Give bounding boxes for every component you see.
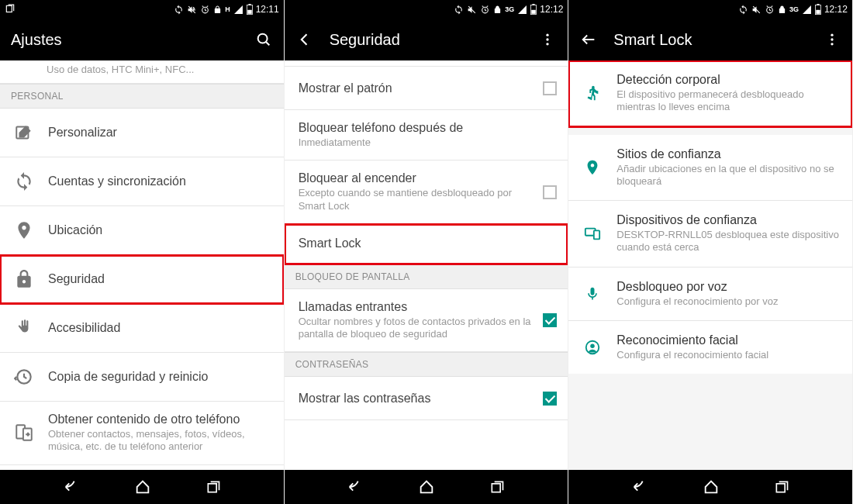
item-label: Dispositivos de confianza <box>616 213 841 227</box>
item-sublabel: Añadir ubicaciones en la que el disposit… <box>616 163 841 188</box>
item-location[interactable]: Ubicación <box>0 206 284 255</box>
checkbox[interactable] <box>543 313 557 327</box>
svg-point-24 <box>831 38 833 40</box>
home-button[interactable] <box>703 478 720 495</box>
svg-point-5 <box>257 34 267 43</box>
home-button[interactable] <box>134 478 151 495</box>
svg-rect-0 <box>6 5 12 12</box>
lock-icon <box>213 5 222 15</box>
home-button[interactable] <box>418 478 435 495</box>
overflow-button[interactable] <box>823 30 841 49</box>
place-icon <box>579 154 606 181</box>
overflow-button[interactable] <box>538 30 557 49</box>
transfer-icon <box>11 419 37 446</box>
item-label: Personalizar <box>48 126 273 140</box>
item-label: Copia de seguridad y reinicio <box>48 370 273 384</box>
checkbox[interactable] <box>543 392 557 406</box>
svg-point-23 <box>831 34 833 36</box>
item-label: Cuentas y sincronización <box>48 174 273 188</box>
item-trusted-places[interactable]: Sitios de confianza Añadir ubicaciones e… <box>568 135 852 202</box>
section-header-lockscreen: BLOQUEO DE PANTALLA <box>285 264 568 289</box>
svg-point-17 <box>547 43 549 45</box>
network-3g-icon: 3G <box>505 5 514 13</box>
svg-point-16 <box>547 38 549 40</box>
back-button[interactable] <box>579 30 598 49</box>
sync-icon <box>454 5 464 15</box>
sync-icon <box>174 5 184 15</box>
lock-icon <box>11 266 37 292</box>
section-header-personal: PERSONAL <box>0 84 284 109</box>
back-button[interactable] <box>63 478 80 495</box>
svg-rect-3 <box>248 4 250 5</box>
app-bar: Seguridad <box>285 19 568 60</box>
mic-icon <box>579 281 606 307</box>
recent-button[interactable] <box>774 479 789 495</box>
back-button[interactable] <box>347 478 364 495</box>
item-trusted-devices[interactable]: Dispositivos de confianza DESKTOP-RRNLL0… <box>568 201 852 268</box>
item-label: Sitios de confianza <box>616 147 841 161</box>
item-show-pattern[interactable]: Mostrar el patrón <box>285 67 568 110</box>
item-body-detection[interactable]: Detección corporal El dispositivo perman… <box>568 60 852 127</box>
status-bar: 3G 12:12 <box>568 0 852 19</box>
alarm-icon <box>200 5 210 15</box>
battery-icon <box>247 4 253 15</box>
item-get-content[interactable]: Obtener contenido de otro teléfono Obten… <box>0 402 284 465</box>
item-face-unlock[interactable]: Reconocimiento facial Configura el recon… <box>568 321 852 374</box>
svg-rect-18 <box>492 484 501 492</box>
item-sublabel: DESKTOP-RRNLL05 desbloquea este disposit… <box>616 229 841 254</box>
search-button[interactable] <box>254 30 273 49</box>
mute-icon <box>467 5 477 15</box>
svg-rect-22 <box>816 10 820 14</box>
item-accessibility[interactable]: Accesibilidad <box>0 304 284 353</box>
item-sublabel: Obtener contactos, mensajes, fotos, víde… <box>48 428 273 454</box>
item-voice-unlock[interactable]: Desbloqueo por voz Configura el reconoci… <box>568 268 852 321</box>
item-show-passwords[interactable]: Mostrar las contraseñas <box>285 377 568 420</box>
item-label: Accesibilidad <box>48 321 273 335</box>
svg-rect-31 <box>776 484 785 492</box>
battery-icon <box>530 4 537 15</box>
svg-point-25 <box>831 43 833 45</box>
lock-icon <box>778 5 786 15</box>
item-accounts[interactable]: Cuentas y sincronización <box>0 157 284 206</box>
network-h-icon: H <box>225 5 230 13</box>
item-label: Bloquear al encender <box>299 171 537 185</box>
alarm-icon <box>480 5 490 15</box>
item-smart-lock[interactable]: Smart Lock <box>285 224 568 264</box>
item-label: Desbloqueo por voz <box>616 280 841 294</box>
battery-icon <box>815 4 821 15</box>
checkbox[interactable] <box>543 81 557 95</box>
item-label: Reconocimiento facial <box>616 333 841 347</box>
item-lock-after[interactable]: Bloquear teléfono después de Inmediatame… <box>285 110 568 161</box>
nav-bar <box>285 470 568 504</box>
item-backup[interactable]: Copia de seguridad y reinicio <box>0 353 284 402</box>
status-bar: 3G 12:12 <box>285 0 568 19</box>
item-label: Obtener contenido de otro teléfono <box>48 413 273 426</box>
walk-icon <box>579 80 606 106</box>
item-label: Smart Lock <box>299 236 558 250</box>
svg-rect-28 <box>594 231 599 240</box>
status-bar: H 12:11 <box>0 0 284 19</box>
item-sublabel: Configura el reconocimiento facial <box>616 349 841 361</box>
item-security[interactable]: Seguridad <box>0 255 284 304</box>
sync-icon <box>738 5 748 15</box>
item-sublabel: Ocultar nombres y fotos de contactos pri… <box>299 316 537 341</box>
item-incoming-calls[interactable]: Llamadas entrantes Ocultar nombres y fot… <box>285 289 568 353</box>
checkbox[interactable] <box>543 185 557 199</box>
lock-icon <box>493 5 502 15</box>
back-button[interactable] <box>295 30 314 49</box>
item-sublabel: El dispositivo permanecerá desbloqueado … <box>616 88 841 114</box>
back-button[interactable] <box>631 478 648 495</box>
mute-icon <box>187 5 197 15</box>
recent-button[interactable] <box>489 479 505 495</box>
svg-point-30 <box>591 343 596 348</box>
settings-list: Uso de datos, HTC Mini+, NFC... PERSONAL… <box>0 60 284 470</box>
signal-icon <box>233 5 243 15</box>
item-sublabel: Excepto cuando se mantiene desbloqueado … <box>299 187 537 212</box>
previous-item-snippet: Uso de datos, HTC Mini+, NFC... <box>0 60 284 84</box>
signal-icon <box>802 5 812 15</box>
mute-icon <box>751 5 761 15</box>
restore-icon <box>11 364 37 390</box>
item-lock-power[interactable]: Bloquear al encender Excepto cuando se m… <box>285 161 568 224</box>
item-personalize[interactable]: Personalizar <box>0 109 284 157</box>
recent-button[interactable] <box>205 479 221 495</box>
